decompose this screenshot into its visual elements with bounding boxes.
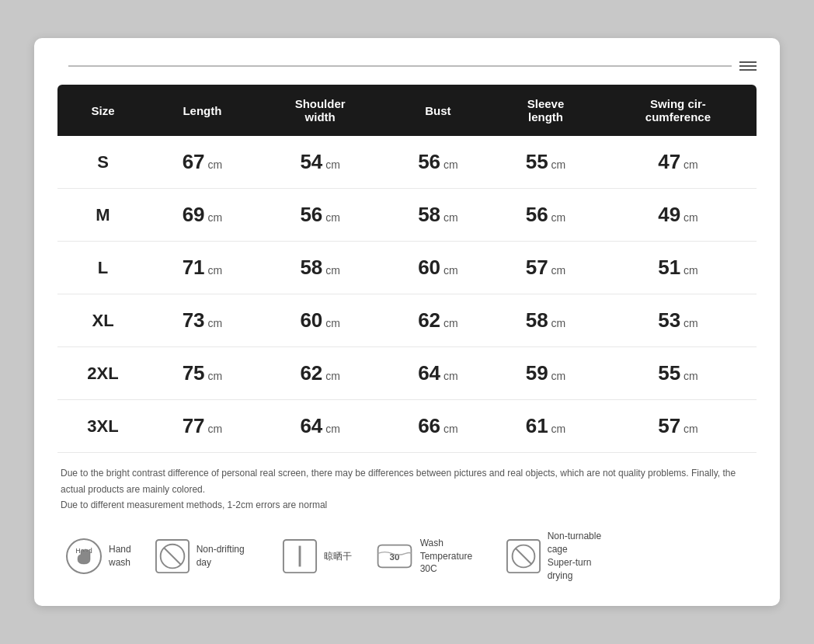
cell-length: 77 cm — [148, 400, 256, 453]
cell-swing: 55 cm — [600, 347, 757, 400]
cell-sleeve: 56 cm — [492, 189, 600, 242]
cell-shoulder: 56 cm — [256, 189, 384, 242]
cell-swing: 47 cm — [600, 136, 757, 189]
cell-shoulder: 58 cm — [256, 242, 384, 294]
wash-30-label: Wash Temperature 30C — [420, 537, 482, 576]
note-2: Due to different measurement methods, 1-… — [61, 497, 753, 513]
care-hand-wash: Hand Handwash — [65, 538, 131, 575]
cell-size: S — [57, 136, 148, 189]
hand-wash-label: Handwash — [109, 543, 131, 569]
cell-sleeve: 55 cm — [492, 136, 600, 189]
size-table: Size Length Shoulderwidth Bust Sleevelen… — [57, 85, 757, 453]
main-card: Size Length Shoulderwidth Bust Sleevelen… — [34, 38, 780, 605]
col-sleeve: Sleevelength — [492, 85, 600, 136]
cell-swing: 49 cm — [600, 189, 757, 242]
cell-length: 67 cm — [148, 136, 256, 189]
cell-bust: 62 cm — [384, 294, 492, 347]
cell-length: 69 cm — [148, 189, 256, 242]
col-shoulder: Shoulderwidth — [256, 85, 384, 136]
cell-sleeve: 57 cm — [492, 242, 600, 294]
cell-size: 2XL — [57, 347, 148, 400]
cell-swing: 51 cm — [600, 242, 757, 294]
care-wash-30: 30 Wash Temperature 30C — [375, 537, 482, 576]
cell-length: 75 cm — [148, 347, 256, 400]
cell-shoulder: 54 cm — [256, 136, 384, 189]
cell-bust: 66 cm — [384, 400, 492, 453]
title-divider — [68, 65, 732, 67]
notes-section: Due to the bright contrast difference of… — [57, 465, 757, 513]
hand-wash-icon: Hand — [65, 538, 103, 575]
no-dry-icon — [155, 538, 190, 574]
cell-swing: 53 cm — [600, 294, 757, 347]
wash-30-icon: 30 — [375, 538, 414, 574]
cell-shoulder: 60 cm — [256, 294, 384, 347]
care-natural-dry: 晾晒干 — [282, 538, 352, 574]
col-size: Size — [57, 85, 148, 136]
table-row: XL 73 cm 60 cm 62 cm 58 cm 53 cm — [57, 294, 757, 347]
cell-bust: 64 cm — [384, 347, 492, 400]
cell-shoulder: 64 cm — [256, 400, 384, 453]
cell-size: XL — [57, 294, 148, 347]
care-row: Hand Handwash Non-drifting day — [57, 530, 757, 582]
no-dry-label: Non-drifting day — [197, 543, 259, 569]
cell-size: 3XL — [57, 400, 148, 453]
cell-shoulder: 62 cm — [256, 347, 384, 400]
table-row: M 69 cm 56 cm 58 cm 56 cm 49 cm — [57, 189, 757, 242]
cell-swing: 57 cm — [600, 400, 757, 453]
table-row: L 71 cm 58 cm 60 cm 57 cm 51 cm — [57, 242, 757, 294]
note-1: Due to the bright contrast difference of… — [61, 465, 753, 497]
cell-sleeve: 59 cm — [492, 347, 600, 400]
svg-line-10 — [515, 548, 531, 565]
cell-size: M — [57, 189, 148, 242]
care-no-turn: Non-turnable cageSuper-turn drying — [506, 530, 610, 582]
table-header-row: Size Length Shoulderwidth Bust Sleevelen… — [57, 85, 757, 136]
cell-bust: 60 cm — [384, 242, 492, 294]
care-no-dry: Non-drifting day — [155, 538, 259, 574]
cell-sleeve: 58 cm — [492, 294, 600, 347]
table-row: 3XL 77 cm 64 cm 66 cm 61 cm 57 cm — [57, 400, 757, 453]
menu-icon[interactable] — [739, 61, 757, 71]
col-length: Length — [148, 85, 256, 136]
col-bust: Bust — [384, 85, 492, 136]
no-turn-label: Non-turnable cageSuper-turn drying — [548, 530, 610, 582]
cell-bust: 56 cm — [384, 136, 492, 189]
natural-dry-icon — [282, 538, 318, 574]
col-swing: Swing cir-cumference — [600, 85, 757, 136]
cell-length: 71 cm — [148, 242, 256, 294]
natural-dry-label: 晾晒干 — [324, 550, 352, 563]
cell-length: 73 cm — [148, 294, 256, 347]
table-row: S 67 cm 54 cm 56 cm 55 cm 47 cm — [57, 136, 757, 189]
title-row — [57, 61, 757, 71]
svg-line-4 — [164, 548, 180, 565]
cell-size: L — [57, 242, 148, 294]
table-row: 2XL 75 cm 62 cm 64 cm 59 cm 55 cm — [57, 347, 757, 400]
cell-bust: 58 cm — [384, 189, 492, 242]
no-turn-icon — [506, 538, 541, 574]
cell-sleeve: 61 cm — [492, 400, 600, 453]
